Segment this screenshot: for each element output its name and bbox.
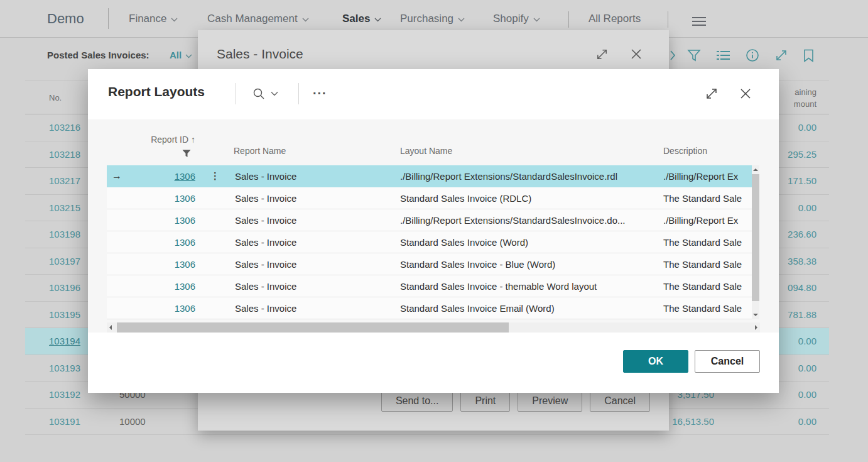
remaining-amount-cell: 358.38 [788, 248, 816, 275]
invoice-no-link[interactable]: 103197 [49, 248, 80, 275]
invoice-no-link[interactable]: 103194 [49, 328, 80, 355]
layout-name-cell: Standard Sales Invoice - Blue (Word) [400, 259, 663, 270]
chevron-right-icon[interactable] [670, 50, 676, 61]
dialog-title: Sales - Invoice [217, 47, 303, 62]
description-cell: ./Billing/Report Ex [663, 171, 752, 182]
report-id-link[interactable]: 1306 [126, 259, 195, 270]
customer-no-cell: 10000 [119, 409, 146, 435]
scroll-left-icon[interactable] [109, 325, 112, 330]
description-cell: The Standard Sale [663, 193, 752, 204]
expand-icon[interactable] [595, 48, 609, 61]
send-to-button[interactable]: Send to... [381, 390, 453, 412]
report-name-cell: Sales - Invoice [235, 259, 400, 270]
cancel-button[interactable]: Cancel [590, 390, 650, 412]
bookmark-icon[interactable] [803, 49, 814, 62]
chevron-down-icon [185, 54, 192, 58]
menu-icon[interactable] [692, 16, 707, 26]
invoice-no-link[interactable]: 103215 [49, 195, 80, 221]
invoice-no-link[interactable]: 103191 [49, 409, 80, 435]
print-button[interactable]: Print [460, 390, 510, 412]
description-cell: The Standard Sale [663, 259, 752, 270]
column-header-report-name[interactable]: Report Name [234, 146, 286, 156]
description-cell: The Standard Sale [663, 281, 752, 292]
preview-button[interactable]: Preview [518, 390, 582, 412]
filter-icon[interactable] [687, 48, 701, 62]
invoice-no-link[interactable]: 103192 [49, 382, 80, 408]
modal-title: Report Layouts [108, 84, 205, 99]
invoice-no-link[interactable]: 103217 [49, 168, 80, 194]
list-view-icon[interactable] [716, 49, 730, 62]
close-icon[interactable] [739, 87, 752, 101]
scroll-down-icon[interactable] [753, 314, 758, 316]
description-cell: The Standard Sale [663, 237, 752, 248]
layout-row[interactable]: 1306 Sales - Invoice Standard Sales Invo… [107, 231, 752, 253]
invoice-no-link[interactable]: 103193 [49, 355, 80, 382]
vertical-scrollbar-thumb[interactable] [752, 174, 759, 301]
invoice-no-link[interactable]: 103196 [49, 275, 80, 301]
sort-ascending-icon: ↑ [191, 135, 195, 145]
remaining-amount-cell: 0.00 [798, 382, 816, 408]
chevron-down-icon [374, 18, 381, 22]
layout-row[interactable]: 1306 Sales - Invoice Standard Sales Invo… [107, 253, 752, 275]
invoice-no-link[interactable]: 103195 [49, 302, 80, 328]
report-name-cell: Sales - Invoice [235, 171, 400, 182]
column-header-layout-name[interactable]: Layout Name [400, 146, 452, 156]
chevron-down-icon [171, 18, 178, 22]
report-id-link[interactable]: 1306 [126, 281, 195, 292]
layout-row[interactable]: → 1306 ⋮ Sales - Invoice ./Billing/Repor… [107, 165, 752, 187]
invoice-no-link[interactable]: 103218 [49, 141, 80, 168]
modal-table-rows: → 1306 ⋮ Sales - Invoice ./Billing/Repor… [107, 165, 752, 319]
remaining-amount-cell: 295.25 [788, 141, 816, 168]
chevron-down-icon[interactable] [271, 91, 278, 96]
horizontal-scrollbar-thumb[interactable] [117, 322, 509, 333]
company-badge[interactable]: Demo [47, 0, 84, 38]
row-menu-icon[interactable]: ⋮ [195, 170, 235, 182]
column-filter-icon[interactable] [182, 150, 191, 158]
remaining-amount-cell: 0.00 [798, 195, 816, 221]
screen: Demo Finance Cash Management Sales Purch… [0, 0, 868, 462]
report-id-link[interactable]: 1306 [126, 215, 195, 226]
invoice-no-link[interactable]: 103216 [49, 114, 80, 141]
report-name-cell: Sales - Invoice [235, 281, 400, 292]
close-icon[interactable] [630, 48, 643, 61]
more-options-button[interactable]: ... [313, 83, 327, 97]
search-button[interactable] [252, 87, 278, 100]
report-name-cell: Sales - Invoice [235, 303, 400, 314]
report-name-cell: Sales - Invoice [235, 215, 400, 226]
dialog-window-icons [595, 48, 643, 61]
layout-row[interactable]: 1306 Sales - Invoice Standard Sales Invo… [107, 275, 752, 297]
layout-name-cell: ./Billing/Report Extensions/StandardSale… [400, 215, 663, 226]
layout-row[interactable]: 1306 Sales - Invoice Standard Sales Invo… [107, 187, 752, 209]
filter-pill-all[interactable]: All [170, 38, 192, 72]
vertical-scrollbar[interactable] [752, 165, 759, 319]
info-icon[interactable] [746, 48, 759, 62]
column-header-no[interactable]: No. [49, 81, 62, 115]
cancel-button[interactable]: Cancel [695, 350, 760, 373]
ok-button[interactable]: OK [623, 350, 688, 373]
table-column-headers: Report ID ↑ Report Name Layout Name Desc… [88, 119, 779, 165]
report-id-link[interactable]: 1306 [126, 193, 195, 204]
layout-row[interactable]: 1306 Sales - Invoice Standard Sales Invo… [107, 297, 752, 319]
remaining-amount-cell: 0.00 [798, 114, 816, 141]
remaining-amount-cell: 094.80 [788, 275, 816, 301]
column-header-report-id[interactable]: Report ID ↑ [88, 135, 195, 145]
report-id-link[interactable]: 1306 [126, 237, 195, 248]
report-id-link[interactable]: 1306 [126, 171, 195, 182]
scroll-up-icon[interactable] [753, 168, 758, 171]
chevron-down-icon [533, 18, 540, 22]
expand-icon[interactable] [774, 48, 788, 62]
layout-name-cell: Standard Sales Invoice Email (Word) [400, 303, 663, 314]
page-title: Posted Sales Invoices: [47, 38, 149, 72]
invoice-no-link[interactable]: 103198 [49, 221, 80, 248]
layout-name-cell: Standard Sales Invoice - themable Word l… [400, 281, 663, 292]
report-name-cell: Sales - Invoice [235, 237, 400, 248]
expand-icon[interactable] [705, 87, 719, 101]
column-header-remaining-amount[interactable]: ainingmount [794, 86, 816, 110]
horizontal-scrollbar[interactable] [107, 322, 760, 333]
layout-row[interactable]: 1306 Sales - Invoice ./Billing/Report Ex… [107, 209, 752, 231]
column-header-description[interactable]: Description [663, 146, 707, 156]
page-header-icons [670, 48, 829, 62]
nav-item-finance[interactable]: Finance [129, 0, 178, 38]
scroll-right-icon[interactable] [755, 325, 757, 330]
report-id-link[interactable]: 1306 [126, 303, 195, 314]
